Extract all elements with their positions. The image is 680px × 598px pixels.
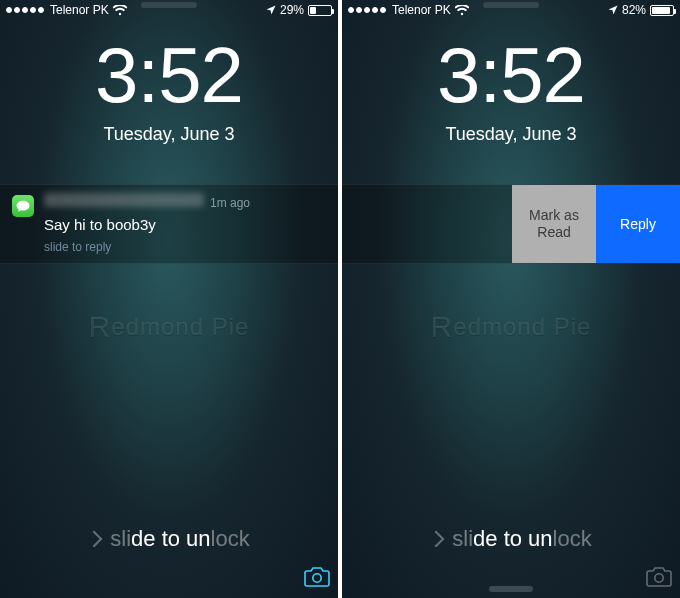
wallpaper-watermark: Redmond Pie — [342, 310, 680, 344]
notification-message: Say hi to boob3y — [44, 215, 326, 235]
signal-strength-icon — [348, 7, 386, 13]
notification-timestamp: 1m ago — [210, 195, 250, 211]
messages-app-icon — [12, 195, 34, 217]
reply-button[interactable]: Reply — [596, 185, 680, 263]
status-bar: Telenor PK 82% — [342, 0, 680, 20]
battery-icon — [650, 5, 674, 16]
chevron-right-icon — [428, 531, 445, 548]
battery-icon — [308, 5, 332, 16]
battery-percent: 29% — [280, 3, 304, 17]
camera-grabber[interactable] — [644, 562, 674, 592]
slide-to-unlock[interactable]: slide to unlock — [0, 526, 338, 552]
location-icon — [266, 5, 276, 15]
date-label: Tuesday, June 3 — [342, 124, 680, 145]
battery-fill — [310, 7, 316, 14]
battery-fill — [652, 7, 670, 14]
notification-swiped-area[interactable] — [342, 185, 512, 263]
chevron-right-icon — [86, 531, 103, 548]
notification[interactable]: 1m ago Say hi to boob3y slide to reply — [0, 184, 338, 264]
carrier-label: Telenor PK — [392, 3, 451, 17]
wallpaper-watermark: Redmond Pie — [0, 310, 338, 344]
lockscreen-left: Telenor PK 29% 3:52 Tuesday, June 3 — [0, 0, 338, 598]
signal-strength-icon — [6, 7, 44, 13]
battery-percent: 82% — [622, 3, 646, 17]
notification-sender-redacted — [44, 193, 204, 207]
camera-grabber[interactable] — [302, 562, 332, 592]
wifi-icon — [455, 5, 469, 16]
notification-hint: slide to reply — [44, 239, 326, 255]
location-icon — [608, 5, 618, 15]
time-label: 3:52 — [0, 36, 338, 114]
clock-block: 3:52 Tuesday, June 3 — [342, 36, 680, 145]
control-center-grabber[interactable] — [489, 586, 533, 592]
status-bar: Telenor PK 29% — [0, 0, 338, 20]
time-label: 3:52 — [342, 36, 680, 114]
date-label: Tuesday, June 3 — [0, 124, 338, 145]
slide-to-unlock[interactable]: slide to unlock — [342, 526, 680, 552]
svg-point-0 — [313, 574, 321, 582]
carrier-label: Telenor PK — [50, 3, 109, 17]
lockscreen-right: Telenor PK 82% 3:52 Tuesday, June 3 Mark… — [342, 0, 680, 598]
mark-as-read-button[interactable]: Mark as Read — [512, 185, 596, 263]
clock-block: 3:52 Tuesday, June 3 — [0, 36, 338, 145]
svg-point-1 — [655, 574, 663, 582]
notification-actions: Mark as Read Reply — [342, 184, 680, 264]
wifi-icon — [113, 5, 127, 16]
